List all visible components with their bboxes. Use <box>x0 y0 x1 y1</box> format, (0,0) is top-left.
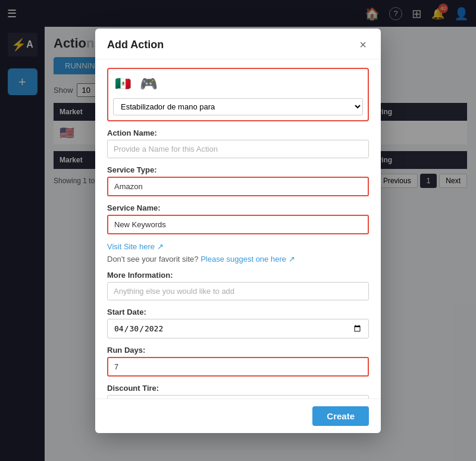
action-name-label: Action Name: <box>107 128 369 137</box>
suggest-row: Don't see your favorit site? Please sugg… <box>107 255 369 264</box>
service-name-input[interactable] <box>107 215 369 234</box>
run-days-input[interactable] <box>107 357 369 377</box>
product-icon: 🎮 <box>137 74 161 95</box>
create-button[interactable]: Create <box>312 406 369 426</box>
start-date-input[interactable] <box>107 319 369 338</box>
discount-tire-group: Discount Tire: <box>107 384 369 399</box>
more-info-group: More Information: <box>107 271 369 300</box>
discount-tire-input[interactable] <box>107 395 369 399</box>
service-type-input[interactable] <box>107 177 369 196</box>
more-info-input[interactable] <box>107 282 369 300</box>
modal-title: Add Action <box>107 39 164 51</box>
visit-site-link[interactable]: Visit Site here ↗ <box>107 242 164 251</box>
product-selector: 🇲🇽 🎮 Estabilizador de mano para <box>107 68 369 121</box>
run-days-group: Run Days: <box>107 346 369 377</box>
mexico-flag-icon: 🇲🇽 <box>115 77 131 91</box>
visit-link-row: Visit Site here ↗ <box>107 242 369 251</box>
modal-close-button[interactable]: × <box>357 38 369 52</box>
modal-footer: Create <box>95 399 381 433</box>
add-action-modal: Add Action × 🇲🇽 🎮 Estabilizador de mano … <box>95 29 381 433</box>
start-date-label: Start Date: <box>107 308 369 316</box>
suggest-prefix-text: Don't see your favorit site? <box>107 255 199 264</box>
modal-header: Add Action × <box>95 29 381 59</box>
discount-tire-label: Discount Tire: <box>107 384 369 393</box>
action-name-input[interactable] <box>107 140 369 158</box>
modal-overlay: Add Action × 🇲🇽 🎮 Estabilizador de mano … <box>0 0 476 461</box>
service-type-group: Service Type: <box>107 165 369 196</box>
product-flag: 🇲🇽 <box>113 77 132 91</box>
service-name-label: Service Name: <box>107 203 369 212</box>
action-name-group: Action Name: <box>107 128 369 158</box>
product-dropdown[interactable]: Estabilizador de mano para <box>113 98 363 115</box>
service-type-label: Service Type: <box>107 165 369 174</box>
modal-body: 🇲🇽 🎮 Estabilizador de mano para Action N… <box>95 59 381 399</box>
run-days-label: Run Days: <box>107 346 369 355</box>
product-image-row: 🇲🇽 🎮 <box>113 74 363 95</box>
start-date-group: Start Date: <box>107 308 369 338</box>
suggest-link[interactable]: Please suggest one here ↗ <box>201 255 295 264</box>
more-info-label: More Information: <box>107 271 369 280</box>
service-name-group: Service Name: <box>107 203 369 234</box>
